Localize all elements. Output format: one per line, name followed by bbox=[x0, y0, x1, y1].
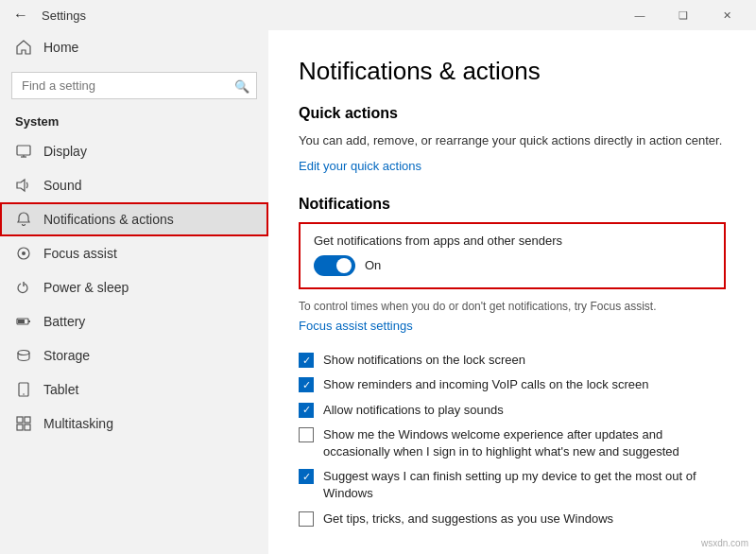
svg-point-5 bbox=[22, 251, 26, 255]
checkbox-label-voip: Show reminders and incoming VoIP calls o… bbox=[323, 376, 648, 393]
checkbox-lock-screen[interactable]: ✓ bbox=[299, 353, 314, 368]
checkbox-label-lock-screen: Show notifications on the lock screen bbox=[323, 352, 525, 369]
page-title: Notifications & actions bbox=[299, 57, 726, 86]
svg-rect-7 bbox=[28, 320, 30, 322]
checkbox-item: ✓Show reminders and incoming VoIP calls … bbox=[299, 376, 726, 393]
sidebar-item-multitasking[interactable]: Multitasking bbox=[0, 407, 268, 441]
display-icon bbox=[15, 143, 32, 160]
system-section-label: System bbox=[0, 105, 268, 134]
toggle-row: On bbox=[314, 255, 711, 276]
notifications-toggle[interactable] bbox=[314, 255, 355, 276]
focus-icon bbox=[15, 245, 32, 262]
multitasking-icon bbox=[15, 415, 32, 432]
sidebar-battery-label: Battery bbox=[43, 314, 85, 329]
checkbox-label-suggestions: Suggest ways I can finish setting up my … bbox=[323, 468, 726, 502]
sidebar-storage-label: Storage bbox=[43, 348, 90, 363]
notifications-icon bbox=[15, 211, 32, 228]
checkbox-item: ✓Show notifications on the lock screen bbox=[299, 352, 726, 369]
notifications-toggle-box: Get notifications from apps and other se… bbox=[299, 222, 726, 289]
checkbox-sounds[interactable]: ✓ bbox=[299, 403, 314, 418]
battery-icon bbox=[15, 313, 32, 330]
checkbox-label-welcome: Show me the Windows welcome experience a… bbox=[323, 426, 726, 460]
edit-quick-actions-link[interactable]: Edit your quick actions bbox=[299, 159, 421, 173]
svg-rect-8 bbox=[18, 320, 25, 323]
search-icon: 🔍 bbox=[234, 78, 249, 93]
search-box: 🔍 bbox=[11, 72, 257, 99]
quick-actions-title: Quick actions bbox=[299, 105, 726, 122]
sidebar-item-storage[interactable]: Storage bbox=[0, 338, 268, 372]
checkbox-voip[interactable]: ✓ bbox=[299, 377, 314, 392]
tablet-icon bbox=[15, 381, 32, 398]
search-input[interactable] bbox=[11, 72, 257, 99]
notifications-title: Notifications bbox=[299, 196, 726, 213]
sidebar: Home 🔍 System Display bbox=[0, 30, 268, 554]
back-button[interactable]: ← bbox=[8, 2, 34, 28]
checkbox-label-sounds: Allow notifications to play sounds bbox=[323, 402, 504, 419]
watermark: wsxdn.com bbox=[701, 538, 748, 548]
checkbox-item: ✓Suggest ways I can finish setting up my… bbox=[299, 468, 726, 502]
toggle-state-label: On bbox=[365, 258, 381, 272]
checkbox-tips[interactable] bbox=[299, 511, 314, 527]
storage-icon bbox=[15, 347, 32, 364]
content-area: Notifications & actions Quick actions Yo… bbox=[268, 30, 756, 554]
focus-assist-text: To control times when you do or don't ge… bbox=[299, 299, 726, 315]
sidebar-item-display[interactable]: Display bbox=[0, 134, 268, 168]
checkbox-label-tips: Get tips, tricks, and suggestions as you… bbox=[323, 511, 613, 528]
focus-assist-link[interactable]: Focus assist settings bbox=[299, 319, 413, 333]
sidebar-power-label: Power & sleep bbox=[43, 280, 129, 295]
svg-point-11 bbox=[23, 393, 25, 395]
sidebar-item-tablet[interactable]: Tablet bbox=[0, 372, 268, 407]
svg-rect-12 bbox=[17, 417, 23, 423]
svg-point-9 bbox=[18, 351, 29, 355]
power-icon bbox=[15, 279, 32, 296]
sidebar-item-focus-assist[interactable]: Focus assist bbox=[0, 236, 268, 270]
checkbox-welcome[interactable] bbox=[299, 427, 314, 442]
sidebar-home-label: Home bbox=[43, 40, 78, 55]
svg-rect-15 bbox=[25, 424, 30, 430]
sidebar-item-power-sleep[interactable]: Power & sleep bbox=[0, 270, 268, 304]
app-title: Settings bbox=[42, 9, 86, 23]
sidebar-sound-label: Sound bbox=[43, 178, 81, 193]
svg-rect-14 bbox=[17, 424, 23, 430]
sidebar-item-home[interactable]: Home bbox=[0, 30, 268, 64]
svg-rect-13 bbox=[25, 417, 30, 423]
sidebar-notifications-label: Notifications & actions bbox=[43, 212, 174, 227]
sidebar-focus-label: Focus assist bbox=[43, 246, 117, 261]
titlebar: ← Settings — ❑ ✕ bbox=[0, 0, 756, 30]
sidebar-display-label: Display bbox=[43, 144, 87, 159]
toggle-box-label: Get notifications from apps and other se… bbox=[314, 234, 711, 248]
sidebar-item-sound[interactable]: Sound bbox=[0, 168, 268, 202]
main-container: Home 🔍 System Display bbox=[0, 30, 756, 554]
checkbox-item: Get tips, tricks, and suggestions as you… bbox=[299, 511, 726, 528]
svg-marker-3 bbox=[17, 180, 25, 191]
checkbox-item: ✓Allow notifications to play sounds bbox=[299, 402, 726, 419]
checkbox-item: Show me the Windows welcome experience a… bbox=[299, 426, 726, 460]
sidebar-item-battery[interactable]: Battery bbox=[0, 304, 268, 338]
minimize-button[interactable]: — bbox=[618, 0, 662, 30]
window-controls: — ❑ ✕ bbox=[618, 0, 748, 30]
svg-rect-0 bbox=[17, 146, 30, 155]
sidebar-multitasking-label: Multitasking bbox=[43, 416, 113, 431]
close-button[interactable]: ✕ bbox=[705, 0, 748, 30]
home-icon bbox=[15, 39, 32, 56]
checkbox-list: ✓Show notifications on the lock screen✓S… bbox=[299, 352, 726, 528]
sidebar-item-notifications[interactable]: Notifications & actions bbox=[0, 202, 268, 236]
maximize-button[interactable]: ❑ bbox=[662, 0, 705, 30]
quick-actions-description: You can add, remove, or rearrange your q… bbox=[299, 131, 726, 150]
sound-icon bbox=[15, 177, 32, 194]
sidebar-tablet-label: Tablet bbox=[43, 382, 78, 397]
checkbox-suggestions[interactable]: ✓ bbox=[299, 469, 314, 484]
